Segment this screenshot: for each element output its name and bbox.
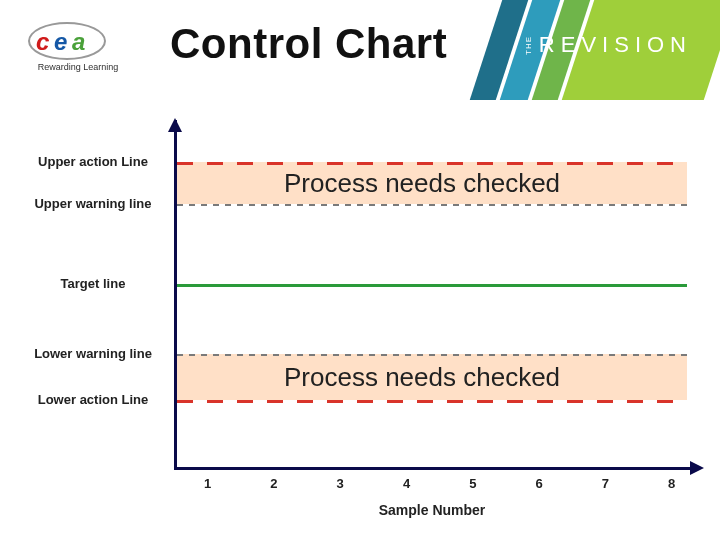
x-tick-8: 8 — [668, 476, 675, 491]
revision-small: THE — [524, 36, 533, 55]
cea-logo-a: a — [72, 28, 85, 56]
page-title: Control Chart — [170, 20, 447, 68]
cea-logo-oval: c e a — [28, 22, 106, 60]
cea-logo: c e a Rewarding Learning — [28, 22, 128, 78]
cea-logo-label: Rewarding Learning — [28, 62, 128, 72]
target-line — [177, 284, 687, 287]
control-chart: Upper action Line Upper warning line Tar… — [18, 120, 708, 520]
x-axis — [174, 467, 694, 470]
label-target: Target line — [18, 277, 168, 291]
lower-band-label: Process needs checked — [284, 362, 560, 393]
x-tick-1: 1 — [204, 476, 211, 491]
upper-band-label: Process needs checked — [284, 168, 560, 199]
x-tick-7: 7 — [602, 476, 609, 491]
x-ticks: 1 2 3 4 5 6 7 8 — [177, 476, 687, 500]
x-tick-5: 5 — [469, 476, 476, 491]
x-axis-arrow-icon — [690, 461, 704, 475]
upper-action-line — [177, 162, 687, 165]
upper-warning-line — [177, 204, 687, 206]
lower-action-line — [177, 400, 687, 403]
x-tick-2: 2 — [270, 476, 277, 491]
x-axis-label: Sample Number — [177, 502, 687, 518]
x-tick-6: 6 — [535, 476, 542, 491]
label-lower-warning: Lower warning line — [18, 347, 168, 361]
x-tick-4: 4 — [403, 476, 410, 491]
y-axis-arrow-icon — [168, 118, 182, 132]
revision-logo: THE REVISION — [524, 32, 692, 58]
plot-area: Process needs checked Process needs chec… — [174, 120, 694, 470]
cea-logo-c: c — [36, 28, 49, 56]
label-lower-action: Lower action Line — [18, 393, 168, 407]
lower-warning-line — [177, 354, 687, 356]
label-upper-action: Upper action Line — [18, 155, 168, 169]
revision-big: REVISION — [539, 32, 692, 58]
label-upper-warning: Upper warning line — [18, 197, 168, 211]
x-tick-3: 3 — [337, 476, 344, 491]
header: c e a Rewarding Learning Control Chart T… — [0, 0, 720, 100]
cea-logo-e: e — [54, 28, 67, 56]
level-labels: Upper action Line Upper warning line Tar… — [18, 120, 168, 470]
